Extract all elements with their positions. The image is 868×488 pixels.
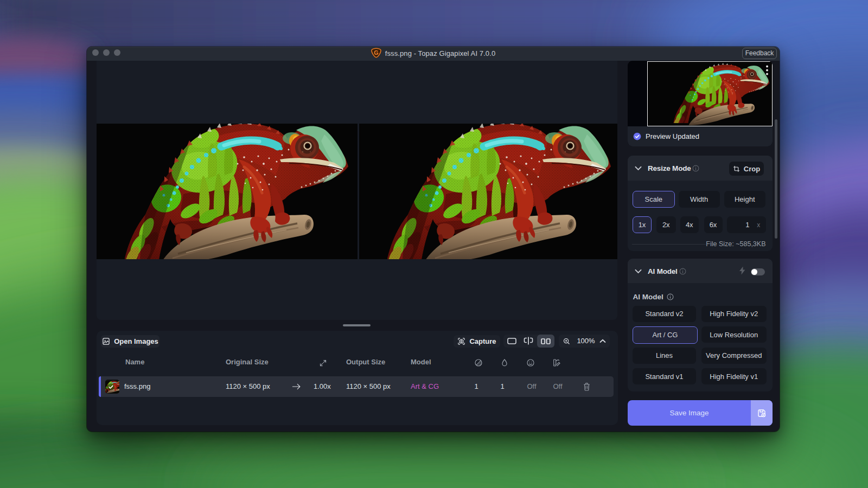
svg-text:G: G — [374, 49, 378, 56]
